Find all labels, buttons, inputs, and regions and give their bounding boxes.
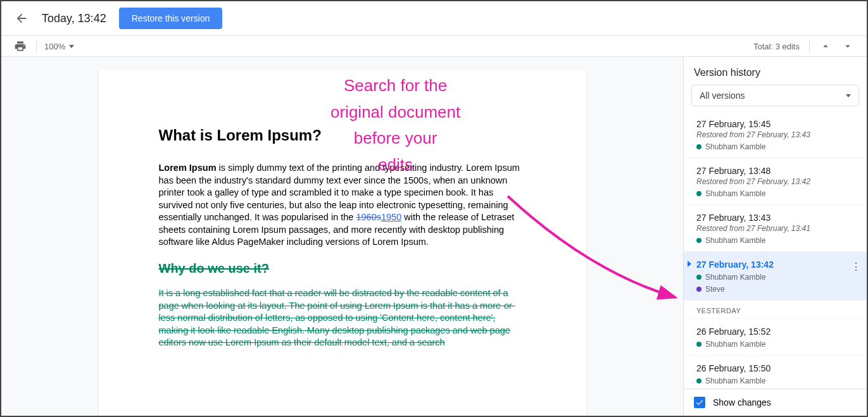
version-date: 27 February, 13:48 [696,166,857,176]
doc-paragraph-2: It is a long established fact that a rea… [159,287,526,349]
version-item[interactable]: 26 February, 15:50Shubham Kamble [684,356,867,389]
prev-edit-button[interactable] [819,40,832,53]
version-item[interactable]: 27 February, 13:43Restored from 27 Febru… [684,205,867,252]
version-item[interactable]: 26 February, 15:52Shubham Kamble [684,319,867,356]
caret-down-icon [846,94,851,97]
versions-filter-dropdown[interactable]: All versions [691,85,859,106]
version-subtitle: Restored from 27 February, 13:42 [696,177,857,186]
version-author: Shubham Kamble [696,273,857,282]
edits-count: Total: 3 edits [753,42,800,51]
doc-paragraph-1: Lorem Ipsum is simply dummy text of the … [159,162,526,249]
sidebar-title: Version history [684,57,867,85]
print-icon[interactable] [14,40,27,53]
doc-heading-1: What is Lorem Ipsum? [159,127,526,144]
author-color-dot [696,144,701,149]
version-date: 27 February, 13:42 [696,259,857,270]
version-author: Shubham Kamble [696,340,857,349]
caret-down-icon [69,45,74,48]
zoom-value: 100% [44,42,65,51]
doc-p1-bold: Lorem Ipsum [159,163,217,173]
version-author: Shubham Kamble [696,377,857,385]
back-arrow-icon[interactable] [14,11,29,26]
restore-version-button[interactable]: Restore this version [119,8,223,29]
version-author: Shubham Kamble [696,142,857,151]
more-options-icon[interactable]: ⋮ [851,261,860,273]
version-date: 27 February, 13:43 [696,213,857,223]
version-author: Steve [696,285,857,294]
author-color-dot [696,287,701,292]
version-subtitle: Restored from 27 February, 13:41 [696,224,857,233]
show-changes-checkbox[interactable] [694,397,705,408]
version-item[interactable]: 27 February, 15:45Restored from 27 Febru… [684,111,867,158]
version-list[interactable]: 27 February, 15:45Restored from 27 Febru… [684,111,867,389]
version-item[interactable]: 27 February, 13:48Restored from 27 Febru… [684,158,867,205]
version-date: 26 February, 15:52 [696,327,857,337]
expand-arrow-icon [688,261,691,267]
version-title: Today, 13:42 [42,12,106,25]
doc-edit-inserted: 1950 [381,212,401,222]
doc-heading-2: Why do we use it? [159,261,526,276]
author-color-dot [696,191,701,196]
version-subtitle: Restored from 27 February, 13:43 [696,130,857,139]
zoom-dropdown[interactable]: 100% [44,42,74,51]
author-color-dot [696,238,701,243]
document-page: What is Lorem Ipsum? Lorem Ipsum is simp… [99,70,586,416]
version-author: Shubham Kamble [696,236,857,245]
version-item[interactable]: ⋮27 February, 13:42Shubham KambleSteve [684,252,867,301]
author-color-dot [696,275,701,280]
doc-edit-deleted: 1960s [356,212,381,222]
version-date: 27 February, 15:45 [696,119,857,129]
dropdown-value: All versions [700,90,745,101]
author-color-dot [696,378,701,383]
version-date: 26 February, 15:50 [696,363,857,373]
next-edit-button[interactable] [841,40,854,53]
version-author: Shubham Kamble [696,189,857,198]
document-viewport[interactable]: What is Lorem Ipsum? Lorem Ipsum is simp… [1,57,683,416]
show-changes-label: Show changes [713,397,771,408]
author-color-dot [696,342,701,347]
yesterday-header: YESTERDAY [684,301,867,319]
